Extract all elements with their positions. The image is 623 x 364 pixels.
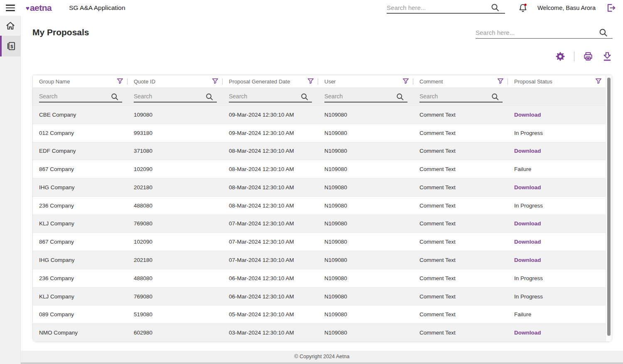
scrollbar-thumb[interactable]: [607, 78, 611, 336]
cell-proposal-generated-date: 08-Mar-2024 12:30:10 AM: [223, 148, 318, 154]
download-link[interactable]: Download: [508, 239, 612, 245]
search-icon[interactable]: [491, 93, 500, 102]
cell-quote-id: 769080: [128, 293, 223, 300]
table-row: 236 Company 488080 06-Mar-2024 12:30:10 …: [33, 269, 612, 287]
search-icon[interactable]: [598, 28, 609, 38]
svg-text:$: $: [10, 44, 13, 49]
proposal-date-search-input[interactable]: [229, 91, 300, 102]
filter-icon[interactable]: [594, 77, 603, 86]
settings-gear-icon[interactable]: [555, 51, 566, 62]
table-row: KLJ Company 769080 06-Mar-2024 12:30:10 …: [33, 287, 612, 305]
search-icon[interactable]: [300, 93, 309, 102]
print-icon[interactable]: [583, 51, 594, 62]
cell-proposal-status: Failure: [508, 166, 612, 172]
column-header-quote-id: Quote ID: [128, 75, 223, 88]
cell-proposal-generated-date: 06-Mar-2024 12:30:10 AM: [223, 275, 318, 281]
filter-icon[interactable]: [402, 77, 410, 86]
cell-group-name: KLJ Company: [33, 220, 128, 227]
download-link[interactable]: Download: [508, 257, 612, 263]
cell-proposal-generated-date: 07-Mar-2024 12:30:10 AM: [223, 220, 318, 227]
bottom-strip: [0, 362, 623, 364]
table-row: NMO Company 602980 03-Mar-2024 12:30:10 …: [33, 323, 612, 342]
notifications-bell-icon[interactable]: [518, 2, 528, 13]
download-link[interactable]: Download: [508, 148, 612, 154]
table-search: [476, 27, 613, 39]
cell-proposal-status: In Progress: [508, 275, 612, 281]
search-icon[interactable]: [396, 93, 405, 102]
cell-proposal-status: In Progress: [508, 130, 612, 136]
global-search-input[interactable]: [387, 2, 491, 13]
sidebar-item-my-proposals[interactable]: $: [0, 36, 21, 56]
filter-icon[interactable]: [116, 77, 124, 86]
cell-user: N109080: [318, 130, 413, 136]
cell-group-name: 089 Company: [33, 311, 128, 318]
cell-user: N109080: [318, 257, 413, 263]
cell-comment: Comment Text: [413, 166, 508, 172]
cell-proposal-status: In Progress: [508, 203, 612, 209]
cell-user: N109080: [318, 330, 413, 336]
heart-icon: ♥: [26, 5, 29, 12]
table-toolbar: [555, 51, 613, 62]
search-icon[interactable]: [110, 93, 120, 102]
cell-group-name: NMO Company: [33, 330, 128, 336]
cell-proposal-generated-date: 07-Mar-2024 12:30:10 AM: [223, 257, 318, 263]
cell-comment: Comment Text: [413, 293, 508, 300]
filter-icon[interactable]: [307, 77, 315, 86]
table-row: 867 Company 102090 08-Mar-2024 12:30:10 …: [33, 160, 612, 178]
download-link[interactable]: Download: [508, 112, 612, 118]
download-link[interactable]: Download: [508, 220, 612, 227]
proposals-table: Group Name Quote ID Proposal Generated D…: [32, 75, 612, 342]
comment-search-input[interactable]: [419, 91, 491, 102]
filter-icon[interactable]: [496, 77, 505, 86]
cell-quote-id: 102090: [128, 166, 223, 172]
notification-dot: [524, 4, 526, 6]
user-search-input[interactable]: [324, 91, 396, 102]
copyright-text: © Copyright 2024 Aetna: [294, 354, 350, 359]
group-name-search: [39, 91, 122, 103]
cell-quote-id: 488080: [128, 275, 223, 281]
column-header-proposal-generated-date: Proposal Generated Date: [223, 75, 318, 88]
cell-proposal-generated-date: 06-Mar-2024 12:30:10 AM: [223, 293, 318, 300]
sidebar-item-home[interactable]: [0, 16, 21, 36]
cell-proposal-generated-date: 08-Mar-2024 12:30:10 AM: [223, 203, 318, 209]
logo-text: aetna: [30, 3, 52, 13]
proposal-date-search: [229, 91, 312, 103]
cell-quote-id: 993180: [128, 130, 223, 136]
table-header-row: Group Name Quote ID Proposal Generated D…: [33, 75, 612, 88]
hamburger-menu-icon[interactable]: [0, 0, 21, 16]
table-search-input[interactable]: [476, 27, 598, 38]
table-row: CBE Company 109080 09-Mar-2024 12:30:10 …: [33, 105, 612, 124]
table-body: CBE Company 109080 09-Mar-2024 12:30:10 …: [33, 105, 612, 342]
search-icon[interactable]: [491, 3, 500, 13]
cell-group-name: 012 Company: [33, 130, 128, 136]
quote-id-search-input[interactable]: [134, 91, 205, 102]
comment-search: [419, 91, 503, 103]
cell-proposal-generated-date: 08-Mar-2024 12:30:10 AM: [223, 166, 318, 172]
app-title: SG A&A Application: [69, 4, 125, 12]
download-link[interactable]: Download: [508, 184, 612, 191]
cell-group-name: 236 Company: [33, 203, 128, 209]
cell-comment: Comment Text: [413, 239, 508, 245]
proposal-document-dollar-icon: $: [6, 41, 17, 51]
cell-comment: Comment Text: [413, 330, 508, 336]
download-icon[interactable]: [602, 51, 613, 62]
welcome-user-text: Welcome, Basu Arora: [537, 5, 596, 11]
cell-user: N109080: [318, 184, 413, 191]
cell-comment: Comment Text: [413, 220, 508, 227]
logout-icon[interactable]: [606, 2, 616, 13]
page-title: My Proposals: [32, 27, 89, 37]
group-name-search-input[interactable]: [39, 91, 110, 102]
app-window: ♥ aetna SG A&A Application Welco: [0, 0, 623, 364]
download-link[interactable]: Download: [508, 330, 612, 336]
cell-user: N109080: [318, 311, 413, 318]
cell-proposal-generated-date: 09-Mar-2024 12:30:10 AM: [223, 130, 318, 136]
cell-proposal-generated-date: 03-Mar-2024 12:30:10 AM: [223, 330, 318, 336]
table-row: IHG Company 202180 07-Mar-2024 12:30:10 …: [33, 251, 612, 269]
cell-quote-id: 202180: [128, 257, 223, 263]
home-icon: [5, 20, 16, 31]
table-row: EDF Company 371080 08-Mar-2024 12:30:10 …: [33, 142, 612, 160]
global-search: [387, 2, 505, 14]
cell-group-name: EDF Company: [33, 148, 128, 154]
filter-icon[interactable]: [211, 77, 219, 86]
search-icon[interactable]: [205, 93, 214, 102]
